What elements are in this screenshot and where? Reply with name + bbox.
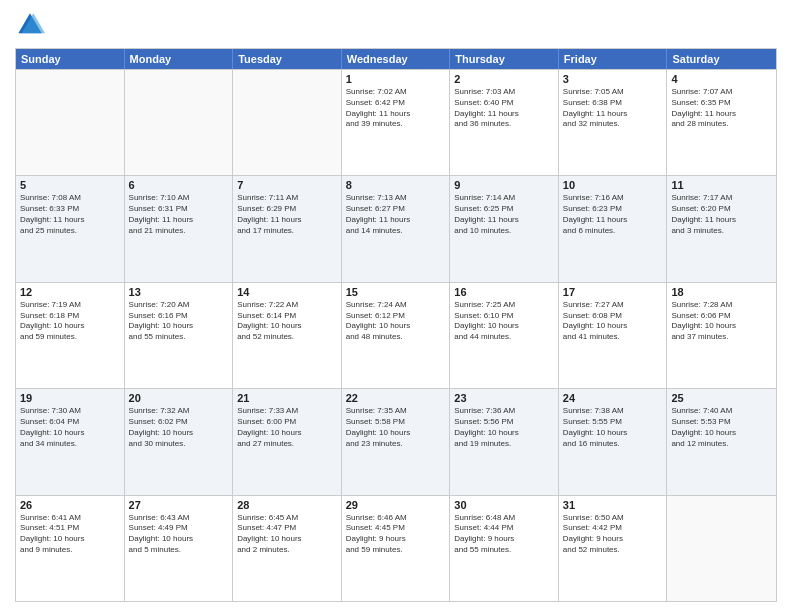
calendar-cell-day-10: 10Sunrise: 7:16 AM Sunset: 6:23 PM Dayli…: [559, 176, 668, 281]
cell-info-text: Sunrise: 7:11 AM Sunset: 6:29 PM Dayligh…: [237, 193, 337, 236]
cell-info-text: Sunrise: 7:27 AM Sunset: 6:08 PM Dayligh…: [563, 300, 663, 343]
cell-info-text: Sunrise: 7:19 AM Sunset: 6:18 PM Dayligh…: [20, 300, 120, 343]
cell-info-text: Sunrise: 7:32 AM Sunset: 6:02 PM Dayligh…: [129, 406, 229, 449]
calendar-cell-day-14: 14Sunrise: 7:22 AM Sunset: 6:14 PM Dayli…: [233, 283, 342, 388]
calendar-cell-day-24: 24Sunrise: 7:38 AM Sunset: 5:55 PM Dayli…: [559, 389, 668, 494]
day-number: 2: [454, 73, 554, 85]
calendar-cell-day-8: 8Sunrise: 7:13 AM Sunset: 6:27 PM Daylig…: [342, 176, 451, 281]
cell-info-text: Sunrise: 7:35 AM Sunset: 5:58 PM Dayligh…: [346, 406, 446, 449]
logo: [15, 10, 49, 40]
calendar-header: SundayMondayTuesdayWednesdayThursdayFrid…: [16, 49, 776, 69]
calendar-cell-day-3: 3Sunrise: 7:05 AM Sunset: 6:38 PM Daylig…: [559, 70, 668, 175]
calendar-cell-day-5: 5Sunrise: 7:08 AM Sunset: 6:33 PM Daylig…: [16, 176, 125, 281]
cell-info-text: Sunrise: 7:30 AM Sunset: 6:04 PM Dayligh…: [20, 406, 120, 449]
calendar-cell-day-16: 16Sunrise: 7:25 AM Sunset: 6:10 PM Dayli…: [450, 283, 559, 388]
calendar-cell-day-31: 31Sunrise: 6:50 AM Sunset: 4:42 PM Dayli…: [559, 496, 668, 601]
calendar-cell-day-15: 15Sunrise: 7:24 AM Sunset: 6:12 PM Dayli…: [342, 283, 451, 388]
day-number: 25: [671, 392, 772, 404]
cell-info-text: Sunrise: 6:43 AM Sunset: 4:49 PM Dayligh…: [129, 513, 229, 556]
calendar-cell-day-22: 22Sunrise: 7:35 AM Sunset: 5:58 PM Dayli…: [342, 389, 451, 494]
calendar-cell-day-20: 20Sunrise: 7:32 AM Sunset: 6:02 PM Dayli…: [125, 389, 234, 494]
day-number: 3: [563, 73, 663, 85]
cell-info-text: Sunrise: 6:45 AM Sunset: 4:47 PM Dayligh…: [237, 513, 337, 556]
calendar-cell-day-12: 12Sunrise: 7:19 AM Sunset: 6:18 PM Dayli…: [16, 283, 125, 388]
calendar-row-3: 19Sunrise: 7:30 AM Sunset: 6:04 PM Dayli…: [16, 388, 776, 494]
weekday-header-tuesday: Tuesday: [233, 49, 342, 69]
weekday-header-friday: Friday: [559, 49, 668, 69]
calendar-body: 1Sunrise: 7:02 AM Sunset: 6:42 PM Daylig…: [16, 69, 776, 601]
calendar-cell-day-18: 18Sunrise: 7:28 AM Sunset: 6:06 PM Dayli…: [667, 283, 776, 388]
calendar-cell-day-29: 29Sunrise: 6:46 AM Sunset: 4:45 PM Dayli…: [342, 496, 451, 601]
weekday-header-sunday: Sunday: [16, 49, 125, 69]
calendar-cell-day-9: 9Sunrise: 7:14 AM Sunset: 6:25 PM Daylig…: [450, 176, 559, 281]
day-number: 12: [20, 286, 120, 298]
day-number: 23: [454, 392, 554, 404]
cell-info-text: Sunrise: 7:33 AM Sunset: 6:00 PM Dayligh…: [237, 406, 337, 449]
calendar-cell-day-1: 1Sunrise: 7:02 AM Sunset: 6:42 PM Daylig…: [342, 70, 451, 175]
day-number: 16: [454, 286, 554, 298]
calendar-cell-day-30: 30Sunrise: 6:48 AM Sunset: 4:44 PM Dayli…: [450, 496, 559, 601]
calendar-cell-empty: [16, 70, 125, 175]
weekday-header-wednesday: Wednesday: [342, 49, 451, 69]
day-number: 20: [129, 392, 229, 404]
weekday-header-monday: Monday: [125, 49, 234, 69]
day-number: 13: [129, 286, 229, 298]
day-number: 11: [671, 179, 772, 191]
calendar-cell-day-27: 27Sunrise: 6:43 AM Sunset: 4:49 PM Dayli…: [125, 496, 234, 601]
cell-info-text: Sunrise: 7:13 AM Sunset: 6:27 PM Dayligh…: [346, 193, 446, 236]
cell-info-text: Sunrise: 7:24 AM Sunset: 6:12 PM Dayligh…: [346, 300, 446, 343]
day-number: 9: [454, 179, 554, 191]
calendar-cell-empty: [233, 70, 342, 175]
cell-info-text: Sunrise: 7:17 AM Sunset: 6:20 PM Dayligh…: [671, 193, 772, 236]
calendar-row-1: 5Sunrise: 7:08 AM Sunset: 6:33 PM Daylig…: [16, 175, 776, 281]
calendar-row-2: 12Sunrise: 7:19 AM Sunset: 6:18 PM Dayli…: [16, 282, 776, 388]
calendar-cell-day-6: 6Sunrise: 7:10 AM Sunset: 6:31 PM Daylig…: [125, 176, 234, 281]
day-number: 7: [237, 179, 337, 191]
calendar-cell-day-21: 21Sunrise: 7:33 AM Sunset: 6:00 PM Dayli…: [233, 389, 342, 494]
day-number: 1: [346, 73, 446, 85]
day-number: 21: [237, 392, 337, 404]
cell-info-text: Sunrise: 7:38 AM Sunset: 5:55 PM Dayligh…: [563, 406, 663, 449]
cell-info-text: Sunrise: 7:08 AM Sunset: 6:33 PM Dayligh…: [20, 193, 120, 236]
day-number: 14: [237, 286, 337, 298]
calendar-cell-day-4: 4Sunrise: 7:07 AM Sunset: 6:35 PM Daylig…: [667, 70, 776, 175]
cell-info-text: Sunrise: 7:14 AM Sunset: 6:25 PM Dayligh…: [454, 193, 554, 236]
cell-info-text: Sunrise: 6:50 AM Sunset: 4:42 PM Dayligh…: [563, 513, 663, 556]
calendar-cell-day-11: 11Sunrise: 7:17 AM Sunset: 6:20 PM Dayli…: [667, 176, 776, 281]
cell-info-text: Sunrise: 7:28 AM Sunset: 6:06 PM Dayligh…: [671, 300, 772, 343]
calendar-cell-day-13: 13Sunrise: 7:20 AM Sunset: 6:16 PM Dayli…: [125, 283, 234, 388]
day-number: 4: [671, 73, 772, 85]
calendar-cell-day-25: 25Sunrise: 7:40 AM Sunset: 5:53 PM Dayli…: [667, 389, 776, 494]
cell-info-text: Sunrise: 7:16 AM Sunset: 6:23 PM Dayligh…: [563, 193, 663, 236]
day-number: 29: [346, 499, 446, 511]
weekday-header-saturday: Saturday: [667, 49, 776, 69]
cell-info-text: Sunrise: 7:05 AM Sunset: 6:38 PM Dayligh…: [563, 87, 663, 130]
day-number: 10: [563, 179, 663, 191]
day-number: 26: [20, 499, 120, 511]
cell-info-text: Sunrise: 7:20 AM Sunset: 6:16 PM Dayligh…: [129, 300, 229, 343]
calendar-cell-day-23: 23Sunrise: 7:36 AM Sunset: 5:56 PM Dayli…: [450, 389, 559, 494]
calendar-cell-day-17: 17Sunrise: 7:27 AM Sunset: 6:08 PM Dayli…: [559, 283, 668, 388]
day-number: 30: [454, 499, 554, 511]
day-number: 27: [129, 499, 229, 511]
cell-info-text: Sunrise: 7:07 AM Sunset: 6:35 PM Dayligh…: [671, 87, 772, 130]
day-number: 24: [563, 392, 663, 404]
cell-info-text: Sunrise: 6:48 AM Sunset: 4:44 PM Dayligh…: [454, 513, 554, 556]
cell-info-text: Sunrise: 6:46 AM Sunset: 4:45 PM Dayligh…: [346, 513, 446, 556]
day-number: 6: [129, 179, 229, 191]
day-number: 31: [563, 499, 663, 511]
day-number: 5: [20, 179, 120, 191]
calendar-cell-day-28: 28Sunrise: 6:45 AM Sunset: 4:47 PM Dayli…: [233, 496, 342, 601]
header: [15, 10, 777, 40]
cell-info-text: Sunrise: 7:03 AM Sunset: 6:40 PM Dayligh…: [454, 87, 554, 130]
cell-info-text: Sunrise: 7:40 AM Sunset: 5:53 PM Dayligh…: [671, 406, 772, 449]
calendar-cell-day-19: 19Sunrise: 7:30 AM Sunset: 6:04 PM Dayli…: [16, 389, 125, 494]
day-number: 22: [346, 392, 446, 404]
calendar-row-4: 26Sunrise: 6:41 AM Sunset: 4:51 PM Dayli…: [16, 495, 776, 601]
weekday-header-thursday: Thursday: [450, 49, 559, 69]
calendar-cell-day-2: 2Sunrise: 7:03 AM Sunset: 6:40 PM Daylig…: [450, 70, 559, 175]
calendar-cell-day-26: 26Sunrise: 6:41 AM Sunset: 4:51 PM Dayli…: [16, 496, 125, 601]
calendar-cell-empty: [125, 70, 234, 175]
logo-icon: [15, 10, 45, 40]
day-number: 19: [20, 392, 120, 404]
